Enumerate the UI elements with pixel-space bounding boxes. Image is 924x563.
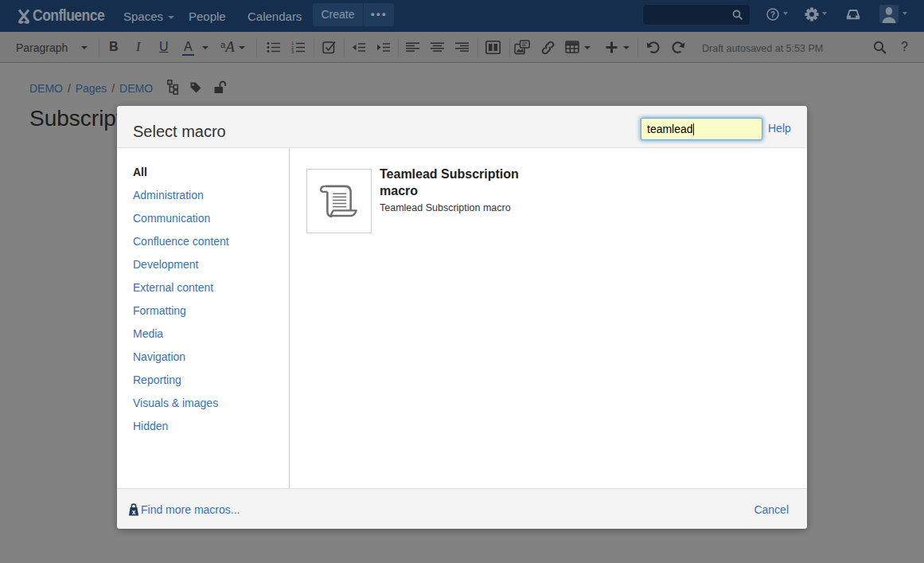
svg-text:3: 3 <box>291 49 294 53</box>
svg-text:?: ? <box>770 10 775 19</box>
svg-text:x: x <box>132 508 136 516</box>
